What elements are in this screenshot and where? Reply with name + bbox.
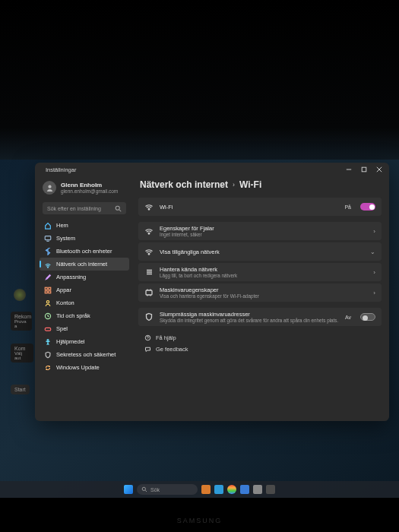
breadcrumb-parent[interactable]: Nätverk och internet bbox=[140, 179, 228, 190]
get-help-link[interactable]: Få hjälp bbox=[138, 332, 382, 344]
sidebar-item-label: Windows Update bbox=[56, 364, 100, 371]
toggle-state-label: På bbox=[344, 204, 351, 210]
sidebar-item-network[interactable]: Nätverk och internet bbox=[40, 258, 129, 271]
apps-icon bbox=[44, 287, 52, 294]
svg-rect-0 bbox=[362, 167, 366, 172]
row-wifi-toggle[interactable]: Wi-Fi På bbox=[138, 198, 382, 216]
row-subtitle: Skydda din integritet genom att göra det… bbox=[160, 318, 339, 323]
row-random-mac[interactable]: Slumpmässiga maskinvaruadresser Skydda d… bbox=[138, 308, 382, 326]
svg-point-4 bbox=[47, 267, 48, 268]
random-mac-toggle[interactable] bbox=[360, 313, 375, 321]
sidebar-item-label: Nätverk och internet bbox=[56, 261, 107, 268]
monitor-brand: SAMSUNG bbox=[177, 517, 223, 524]
chevron-right-icon: › bbox=[233, 181, 235, 188]
close-button[interactable] bbox=[372, 164, 386, 175]
sidebar-item-accounts[interactable]: Konton bbox=[40, 296, 129, 309]
feedback-label: Ge feedback bbox=[156, 346, 188, 353]
taskbar-app-icon[interactable] bbox=[253, 485, 262, 494]
svg-point-2 bbox=[116, 206, 119, 210]
svg-rect-3 bbox=[45, 236, 51, 239]
search-input[interactable]: Sök efter en inställning bbox=[43, 202, 126, 214]
bg-accent-dot bbox=[14, 289, 26, 301]
wifi-icon bbox=[144, 202, 154, 211]
sidebar-item-label: Bluetooth och enheter bbox=[56, 248, 112, 255]
system-icon bbox=[44, 235, 52, 242]
update-icon bbox=[44, 364, 52, 372]
row-hardware-properties[interactable]: Maskinvaruegenskaper Visa och hantera eg… bbox=[138, 283, 382, 302]
bluetooth-icon bbox=[44, 248, 52, 255]
svg-point-14 bbox=[148, 233, 150, 234]
chevron-right-icon: › bbox=[373, 228, 375, 235]
search-icon bbox=[141, 486, 147, 492]
hardware-icon bbox=[144, 288, 154, 297]
taskbar-app-icon[interactable] bbox=[201, 485, 211, 494]
start-button[interactable] bbox=[124, 485, 133, 494]
search-placeholder: Sök efter en inställning bbox=[47, 206, 101, 211]
account-block[interactable]: Glenn Enholm glenn.enholm@gmail.com bbox=[40, 179, 129, 199]
window-title: Inställningar bbox=[46, 166, 76, 173]
sidebar-item-label: Spel bbox=[56, 325, 68, 332]
row-title: Egenskaper för Fjalar bbox=[160, 225, 367, 232]
person-icon bbox=[44, 299, 52, 307]
bg-start-button: Start bbox=[11, 385, 30, 394]
sidebar-item-personalization[interactable]: Anpassning bbox=[40, 271, 129, 283]
wifi-toggle[interactable] bbox=[360, 203, 375, 211]
sidebar-item-label: Anpassning bbox=[56, 274, 86, 280]
taskbar: Sök bbox=[0, 481, 399, 498]
taskbar-app-icon[interactable] bbox=[240, 485, 249, 494]
brush-icon bbox=[44, 274, 52, 281]
sidebar-item-system[interactable]: System bbox=[40, 232, 129, 245]
svg-rect-8 bbox=[49, 290, 51, 293]
chevron-right-icon: › bbox=[373, 290, 375, 296]
svg-point-15 bbox=[148, 253, 150, 255]
svg-point-1 bbox=[48, 185, 51, 188]
bg-card-title-2: Kom bbox=[14, 346, 30, 351]
account-email: glenn.enholm@gmail.com bbox=[61, 188, 118, 194]
svg-rect-11 bbox=[45, 328, 51, 331]
shield-icon bbox=[44, 351, 52, 359]
row-available-networks[interactable]: Visa tillgängliga nätverk ⌄ bbox=[138, 242, 382, 261]
sidebar-item-accessibility[interactable]: Hjälpmedel bbox=[40, 335, 129, 348]
taskbar-search[interactable]: Sök bbox=[137, 484, 198, 495]
toggle-state-label: Av bbox=[345, 315, 351, 320]
row-known-networks[interactable]: Hantera kända nätverk Lägg till, ta bort… bbox=[138, 263, 382, 281]
taskbar-chrome-icon[interactable] bbox=[227, 485, 236, 494]
bg-card-line2: aut bbox=[14, 356, 30, 360]
sidebar-item-apps[interactable]: Appar bbox=[40, 283, 129, 296]
minimize-button[interactable] bbox=[342, 164, 356, 175]
sidebar-item-label: Hjälpmedel bbox=[56, 338, 85, 345]
sidebar-item-bluetooth[interactable]: Bluetooth och enheter bbox=[40, 245, 129, 258]
sidebar-item-label: Tid och språk bbox=[56, 312, 90, 319]
svg-point-18 bbox=[142, 487, 145, 490]
chevron-down-icon: ⌄ bbox=[370, 249, 375, 255]
row-title: Slumpmässiga maskinvaruadresser bbox=[160, 311, 339, 318]
sidebar-item-home[interactable]: Hem bbox=[40, 219, 129, 232]
svg-rect-7 bbox=[45, 290, 47, 293]
sidebar-item-gaming[interactable]: Spel bbox=[40, 322, 129, 335]
clock-icon bbox=[44, 312, 52, 320]
search-icon bbox=[115, 205, 122, 212]
row-properties[interactable]: Egenskaper för Fjalar Inget internet, sä… bbox=[138, 222, 382, 240]
sidebar-item-update[interactable]: Windows Update bbox=[40, 361, 129, 374]
bg-card-title: Rekom bbox=[14, 314, 28, 319]
svg-point-9 bbox=[46, 300, 49, 302]
row-subtitle: Visa och hantera egenskaper för Wi-Fi-ad… bbox=[160, 293, 367, 299]
maximize-button[interactable] bbox=[357, 164, 371, 175]
network-icon bbox=[44, 261, 52, 268]
list-icon bbox=[144, 268, 154, 277]
taskbar-settings-icon[interactable] bbox=[266, 485, 275, 494]
taskbar-app-icon[interactable] bbox=[214, 485, 223, 494]
sidebar: Glenn Enholm glenn.enholm@gmail.com Sök … bbox=[35, 163, 134, 421]
gamepad-icon bbox=[44, 325, 52, 333]
breadcrumb: Nätverk och internet › Wi-Fi bbox=[138, 179, 382, 190]
sidebar-item-time[interactable]: Tid och språk bbox=[40, 309, 129, 322]
row-title: Hantera kända nätverk bbox=[160, 266, 367, 273]
chevron-right-icon: › bbox=[373, 269, 375, 276]
feedback-link[interactable]: Ge feedback bbox=[138, 344, 382, 355]
wifi-scan-icon bbox=[144, 247, 154, 256]
connection-icon bbox=[144, 226, 154, 236]
sidebar-item-privacy[interactable]: Sekretess och säkerhet bbox=[40, 348, 129, 361]
home-icon bbox=[44, 222, 52, 230]
breadcrumb-current: Wi-Fi bbox=[239, 179, 261, 190]
main-panel: Nätverk och internet › Wi-Fi Wi-Fi På Eg… bbox=[134, 163, 389, 421]
